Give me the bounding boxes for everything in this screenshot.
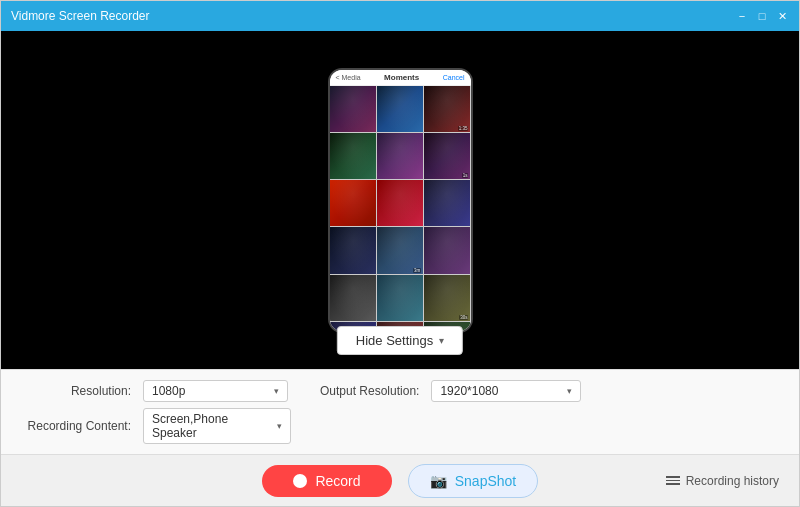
hide-settings-button[interactable]: Hide Settings ▾ bbox=[337, 326, 463, 355]
close-button[interactable]: ✕ bbox=[775, 9, 789, 23]
photo-cell[interactable] bbox=[377, 86, 423, 132]
title-bar: Vidmore Screen Recorder − □ ✕ bbox=[1, 1, 799, 31]
phone-mockup: < Media Moments Cancel 1:351s3m30s Creat… bbox=[328, 68, 473, 333]
recording-content-row: Recording Content: Screen,Phone Speaker … bbox=[21, 408, 779, 444]
photo-cell[interactable] bbox=[424, 180, 470, 226]
photo-cell[interactable]: 3m bbox=[377, 227, 423, 273]
photo-cell[interactable] bbox=[377, 133, 423, 179]
main-window: Vidmore Screen Recorder − □ ✕ < Media Mo… bbox=[0, 0, 800, 507]
hide-settings-label: Hide Settings bbox=[356, 333, 433, 348]
resolution-label: Resolution: bbox=[21, 384, 131, 398]
bottom-toolbar: Record 📷 SnapShot Recording history bbox=[1, 454, 799, 506]
photo-cell[interactable]: 1:35 bbox=[424, 86, 470, 132]
phone-cancel-button[interactable]: Cancel bbox=[443, 74, 465, 81]
recording-content-value: Screen,Phone Speaker bbox=[152, 412, 271, 440]
recording-content-label: Recording Content: bbox=[21, 419, 131, 433]
output-resolution-value: 1920*1080 bbox=[440, 384, 498, 398]
resolution-value: 1080p bbox=[152, 384, 185, 398]
recording-content-select[interactable]: Screen,Phone Speaker ▾ bbox=[143, 408, 291, 444]
maximize-button[interactable]: □ bbox=[755, 9, 769, 23]
snapshot-label: SnapShot bbox=[455, 473, 517, 489]
output-resolution-label: Output Resolution: bbox=[320, 384, 419, 398]
recording-area: < Media Moments Cancel 1:351s3m30s Creat… bbox=[1, 31, 799, 369]
content-arrow-icon: ▾ bbox=[277, 421, 282, 431]
phone-top-bar: < Media Moments Cancel bbox=[330, 70, 471, 86]
media-back-button[interactable]: < Media bbox=[336, 74, 361, 81]
moments-title: Moments bbox=[384, 73, 419, 82]
output-arrow-icon: ▾ bbox=[567, 386, 572, 396]
record-button[interactable]: Record bbox=[262, 465, 392, 497]
settings-panel: Resolution: 1080p ▾ Output Resolution: 1… bbox=[1, 369, 799, 454]
record-label: Record bbox=[315, 473, 360, 489]
window-controls: − □ ✕ bbox=[735, 9, 789, 23]
resolution-select[interactable]: 1080p ▾ bbox=[143, 380, 288, 402]
chevron-down-icon: ▾ bbox=[439, 335, 444, 346]
photo-cell[interactable] bbox=[377, 180, 423, 226]
record-dot-icon bbox=[293, 474, 307, 488]
photo-cell[interactable] bbox=[330, 227, 376, 273]
resolution-arrow-icon: ▾ bbox=[274, 386, 279, 396]
camera-icon: 📷 bbox=[430, 473, 447, 489]
output-resolution-select[interactable]: 1920*1080 ▾ bbox=[431, 380, 581, 402]
photo-cell[interactable]: 1s bbox=[424, 133, 470, 179]
photo-grid: 1:351s3m30s bbox=[330, 86, 471, 333]
output-resolution-select-wrapper: 1920*1080 ▾ bbox=[431, 380, 581, 402]
photo-cell[interactable] bbox=[330, 133, 376, 179]
photo-cell[interactable] bbox=[330, 275, 376, 321]
photo-cell[interactable] bbox=[330, 180, 376, 226]
resolution-row: Resolution: 1080p ▾ Output Resolution: 1… bbox=[21, 380, 779, 402]
photo-cell[interactable] bbox=[377, 275, 423, 321]
app-title: Vidmore Screen Recorder bbox=[11, 9, 735, 23]
snapshot-button[interactable]: 📷 SnapShot bbox=[408, 464, 538, 498]
minimize-button[interactable]: − bbox=[735, 9, 749, 23]
recording-content-select-wrapper: Screen,Phone Speaker ▾ bbox=[143, 408, 291, 444]
recording-history-button[interactable]: Recording history bbox=[666, 474, 779, 488]
photo-cell[interactable] bbox=[424, 227, 470, 273]
resolution-select-wrapper: 1080p ▾ bbox=[143, 380, 288, 402]
hamburger-icon bbox=[666, 476, 680, 485]
photo-cell[interactable]: 30s bbox=[424, 275, 470, 321]
history-label: Recording history bbox=[686, 474, 779, 488]
photo-cell[interactable] bbox=[330, 86, 376, 132]
